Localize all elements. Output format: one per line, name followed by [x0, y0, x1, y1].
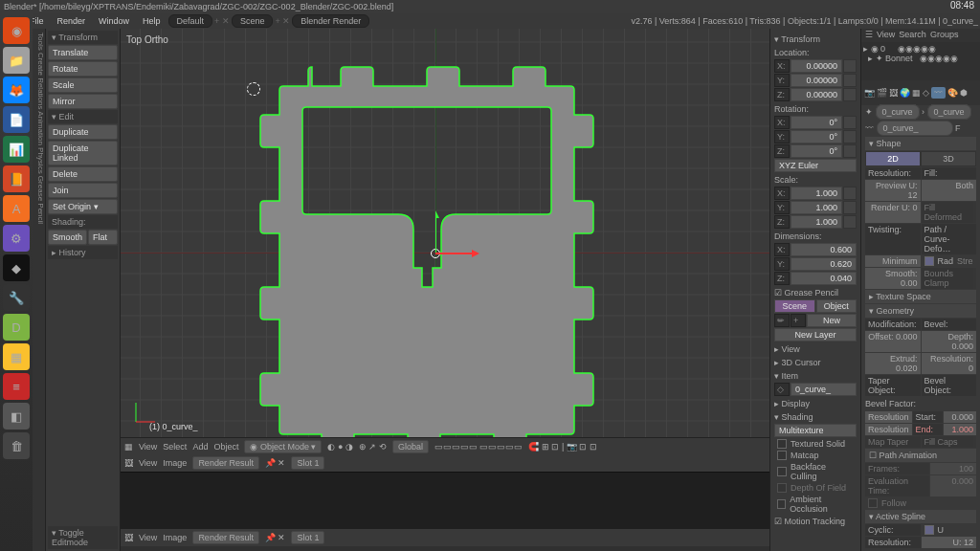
operator-panel[interactable]: ▾ Toggle Editmode: [48, 526, 118, 549]
smooth-button[interactable]: Smooth: [48, 230, 87, 245]
join-button[interactable]: Join: [48, 183, 118, 198]
delete-button[interactable]: Delete: [48, 166, 118, 182]
loc-x[interactable]: 0.00000: [791, 59, 842, 73]
3d-viewport[interactable]: Top Ortho (1) 0_curve_ ▦ View Select Add: [121, 29, 769, 454]
screen-layout[interactable]: Default: [168, 14, 213, 28]
duplicate-button[interactable]: Duplicate: [48, 124, 118, 140]
loc-z[interactable]: 0.00000: [791, 88, 842, 101]
hv-add[interactable]: Add: [192, 442, 208, 452]
lock-icon[interactable]: [843, 59, 857, 73]
shading-icons[interactable]: ◐ ● ◑: [327, 442, 352, 452]
transform-header[interactable]: ▾ Transform: [48, 31, 118, 44]
trash-icon[interactable]: 🗑: [3, 432, 30, 459]
n-panel: ▾ Transform Location: X:0.00000 Y:0.0000…: [769, 29, 860, 551]
files-icon[interactable]: 📁: [3, 47, 30, 74]
window-title: Blender* [/home/bileyg/XPTRANS/Endemiki/…: [4, 2, 393, 11]
hv-object[interactable]: Object: [213, 442, 238, 452]
writer-icon[interactable]: 📄: [3, 106, 30, 133]
software-icon[interactable]: A: [3, 195, 30, 222]
dash-icon[interactable]: ◉: [3, 17, 30, 44]
menu-window[interactable]: Window: [93, 16, 135, 26]
pivot-icons[interactable]: ⊕ ↗ ⟲: [359, 442, 387, 452]
svg-marker-1: [435, 210, 439, 218]
transform-gizmo-x[interactable]: [435, 248, 483, 259]
im-view[interactable]: View: [139, 458, 157, 468]
outliner-tree[interactable]: ▸ ◉ 0 ◉◉◉◉◉ ▸ ✦ Bonnet ◉◉◉◉◉: [861, 42, 980, 80]
np-transform[interactable]: ▾ Transform: [774, 33, 857, 46]
ubuntu-dock: ◉ 📁 🦊 📄 📊 📙 A ⚙ ◆ 🔧 D ▦ ≡ ◧ 🗑: [0, 13, 33, 551]
editor-type-icon[interactable]: ▦: [124, 442, 133, 452]
menu-help[interactable]: Help: [137, 16, 167, 26]
svg-marker-3: [472, 250, 479, 257]
view-label: Top Ortho: [126, 34, 168, 45]
im-pin-icon[interactable]: 📌 ✕: [265, 458, 286, 468]
calc-icon[interactable]: 📊: [3, 136, 30, 163]
info-header: ⓘ File Render Window Help Default + ✕ Sc…: [0, 13, 980, 29]
active-object-label: (1) 0_curve_: [149, 422, 198, 431]
set-origin-button[interactable]: Set Origin ▾: [48, 199, 118, 214]
gp-header[interactable]: ☑ Grease Pencil: [774, 286, 857, 299]
3d-toggle[interactable]: 3D: [921, 151, 976, 166]
image-editor: 🖼 View Image Render Result 📌 ✕ Slot 1 🖼 …: [121, 454, 769, 551]
scale-button[interactable]: Scale: [48, 77, 118, 93]
datablock-name[interactable]: 0_curve_: [877, 121, 953, 136]
app2-icon[interactable]: ≡: [3, 373, 30, 400]
app-icon[interactable]: ▦: [3, 343, 30, 370]
im-rr[interactable]: Render Result: [192, 456, 259, 470]
menu-render[interactable]: Render: [52, 16, 92, 26]
edit-header[interactable]: ▾ Edit: [48, 110, 118, 123]
snap-icons[interactable]: 🧲 ⊞ ⊡ | 📷 ⊡ ⊡: [528, 442, 596, 452]
inkscape-icon[interactable]: ◆: [3, 254, 30, 281]
3dview-header: ▦ View Select Add Object ◉ Object Mode ▾…: [121, 437, 769, 454]
app3-icon[interactable]: ◧: [3, 403, 30, 430]
2d-toggle[interactable]: 2D: [865, 151, 921, 166]
3d-cursor-icon: [247, 82, 260, 96]
clock: 08:48: [950, 0, 974, 11]
firefox-icon[interactable]: 🦊: [3, 77, 30, 103]
properties-tabs[interactable]: 📷🎬🖼🌍▦◇〰🎨⬢: [861, 80, 980, 105]
scene-selector[interactable]: Scene: [232, 14, 274, 28]
impress-icon[interactable]: 📙: [3, 165, 30, 192]
properties-outliner: ☰ View Search Groups ▸ ◉ 0 ◉◉◉◉◉ ▸ ✦ Bon…: [860, 29, 980, 551]
shading-label: Shading:: [48, 215, 118, 229]
mode-selector[interactable]: ◉ Object Mode ▾: [244, 440, 322, 453]
hv-view[interactable]: View: [139, 442, 157, 452]
duplicate-linked-button[interactable]: Duplicate Linked: [48, 141, 118, 165]
tool-icon[interactable]: 🔧: [3, 284, 30, 311]
ds-icon[interactable]: D: [3, 314, 30, 341]
image-canvas[interactable]: [121, 472, 769, 529]
translate-button[interactable]: Translate: [48, 45, 118, 60]
im-slot[interactable]: Slot 1: [291, 456, 324, 470]
flat-button[interactable]: Flat: [88, 230, 118, 245]
im-image[interactable]: Image: [163, 458, 187, 468]
outliner-icon[interactable]: ☰: [865, 30, 873, 41]
loc-y[interactable]: 0.00000: [791, 74, 842, 87]
render-engine[interactable]: Blender Render: [292, 14, 369, 28]
imgeditor-icon[interactable]: 🖼: [124, 458, 133, 468]
layers-widget[interactable]: ▭▭▭▭▭ ▭▭▭▭▭: [434, 442, 523, 452]
stats-text: v2.76 | Verts:864 | Faces:610 | Tris:836…: [631, 16, 978, 26]
tool-tabs[interactable]: Tools Create Relations Animation Physics…: [33, 29, 46, 551]
uv-editor-icon[interactable]: 🖼: [124, 533, 133, 542]
rotate-button[interactable]: Rotate: [48, 61, 118, 77]
tool-shelf: ▾ Transform Translate Rotate Scale Mirro…: [46, 29, 121, 551]
mirror-button[interactable]: Mirror: [48, 94, 118, 109]
history-header[interactable]: ▸ History: [48, 246, 118, 259]
hv-select[interactable]: Select: [163, 442, 187, 452]
orientation-selector[interactable]: Global: [392, 440, 429, 453]
settings-icon[interactable]: ⚙: [3, 225, 30, 252]
